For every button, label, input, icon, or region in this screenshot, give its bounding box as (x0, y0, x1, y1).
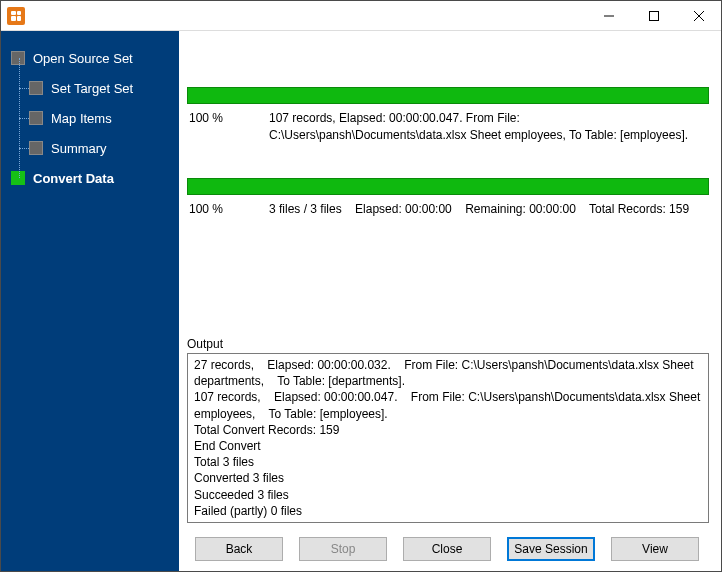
main-panel: 100 % 107 records, Elapsed: 00:00:00.047… (179, 31, 721, 571)
step-box-icon (29, 81, 43, 95)
titlebar-left (1, 7, 25, 25)
view-button[interactable]: View (611, 537, 699, 561)
titlebar (1, 1, 721, 31)
total-remaining: Remaining: 00:00:00 (465, 202, 576, 216)
file-progress-details: 107 records, Elapsed: 00:00:00.047. From… (269, 110, 709, 144)
app-window: Open Source Set Set Target Set Map Items… (0, 0, 722, 572)
button-row: Back Stop Close Save Session View (187, 523, 709, 561)
sidebar: Open Source Set Set Target Set Map Items… (1, 31, 179, 571)
step-box-icon (29, 141, 43, 155)
step-label: Convert Data (33, 171, 114, 186)
total-progress-percent: 100 % (189, 201, 269, 218)
step-label: Set Target Set (51, 81, 133, 96)
window-controls (586, 1, 721, 30)
app-icon (7, 7, 25, 25)
body: Open Source Set Set Target Set Map Items… (1, 31, 721, 571)
wizard-steps: Open Source Set Set Target Set Map Items… (1, 43, 179, 193)
step-box-icon (29, 111, 43, 125)
output-section: Output 27 records, Elapsed: 00:00:00.032… (187, 337, 709, 523)
svg-rect-1 (649, 11, 658, 20)
step-box-icon (11, 51, 25, 65)
output-label: Output (187, 337, 709, 351)
file-progress-line1: 107 records, Elapsed: 00:00:00.047. From… (269, 110, 709, 127)
step-summary[interactable]: Summary (1, 133, 179, 163)
step-open-source-set[interactable]: Open Source Set (1, 43, 179, 73)
total-progress-details: 3 files / 3 files Elapsed: 00:00:00 Rema… (269, 201, 709, 218)
total-progress-block: 100 % 3 files / 3 files Elapsed: 00:00:0… (187, 178, 709, 218)
save-session-button[interactable]: Save Session (507, 537, 595, 561)
total-elapsed: Elapsed: 00:00:00 (355, 202, 452, 216)
file-progress-percent: 100 % (189, 110, 269, 144)
file-progress-line2: C:\Users\pansh\Documents\data.xlsx Sheet… (269, 127, 709, 144)
total-progress-info: 100 % 3 files / 3 files Elapsed: 00:00:0… (187, 195, 709, 218)
output-textarea[interactable]: 27 records, Elapsed: 00:00:00.032. From … (187, 353, 709, 523)
total-files: 3 files / 3 files (269, 202, 342, 216)
total-records: Total Records: 159 (589, 202, 689, 216)
file-progress-bar (187, 87, 709, 104)
step-convert-data[interactable]: Convert Data (1, 163, 179, 193)
step-box-icon (11, 171, 25, 185)
total-progress-bar (187, 178, 709, 195)
close-window-button[interactable] (676, 1, 721, 30)
close-button[interactable]: Close (403, 537, 491, 561)
maximize-button[interactable] (631, 1, 676, 30)
step-label: Summary (51, 141, 107, 156)
file-progress-info: 100 % 107 records, Elapsed: 00:00:00.047… (187, 104, 709, 144)
step-map-items[interactable]: Map Items (1, 103, 179, 133)
back-button[interactable]: Back (195, 537, 283, 561)
step-label: Open Source Set (33, 51, 133, 66)
minimize-button[interactable] (586, 1, 631, 30)
step-label: Map Items (51, 111, 112, 126)
progress-area: 100 % 107 records, Elapsed: 00:00:00.047… (187, 39, 709, 217)
stop-button: Stop (299, 537, 387, 561)
step-set-target-set[interactable]: Set Target Set (1, 73, 179, 103)
